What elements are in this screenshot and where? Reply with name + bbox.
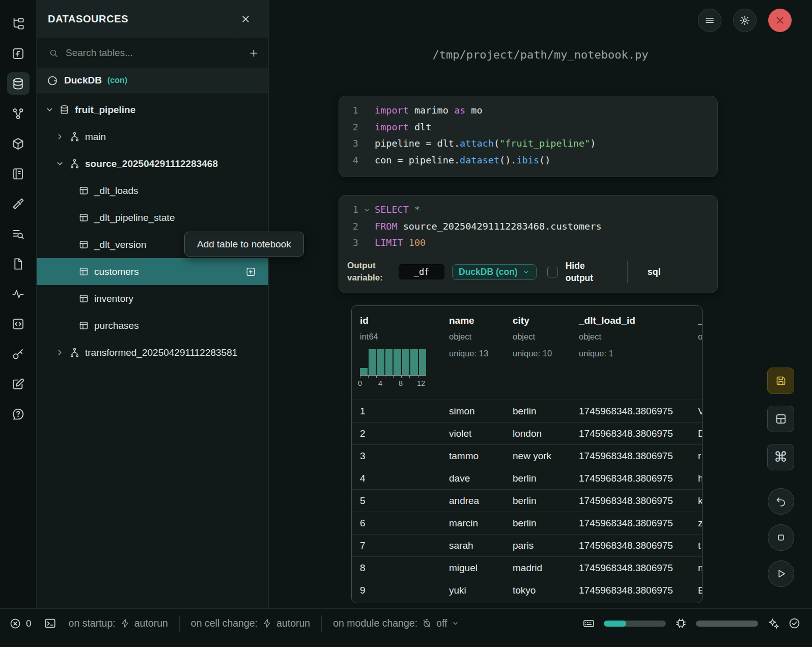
setting-value: autorun xyxy=(134,617,168,629)
table-row: 7sarahparis1745968348.3806975t xyxy=(352,534,702,556)
tree-item-transformed_202504291112283581[interactable]: transformed_202504291112283581 xyxy=(37,339,268,366)
tree-item-_dlt_pipeline_state[interactable]: _dlt_pipeline_state xyxy=(37,204,268,231)
rail-packages-button[interactable] xyxy=(7,132,30,155)
terminal-icon[interactable] xyxy=(44,617,57,630)
function-icon xyxy=(11,47,25,61)
slider-1[interactable] xyxy=(604,621,666,627)
tree-item-customers[interactable]: customers xyxy=(37,258,268,285)
notebook-menu-button[interactable] xyxy=(698,9,721,32)
table-row: 9yukitokyo1745968348.3806975E xyxy=(352,579,702,601)
rail-annotations-button[interactable] xyxy=(7,373,30,395)
setting-label: on cell change: xyxy=(191,617,258,629)
chevron-down-icon xyxy=(452,620,459,627)
separator xyxy=(321,615,322,632)
column-header-_dlt_id[interactable]: _dlt_idobject xyxy=(693,313,702,400)
add-table-to-notebook-button[interactable] xyxy=(245,266,256,277)
chip-icon[interactable] xyxy=(675,617,687,630)
setting-value: off xyxy=(436,617,447,629)
close-icon[interactable] xyxy=(240,14,251,24)
tree-item-source_202504291112283468[interactable]: source_202504291112283468 xyxy=(37,150,268,177)
column-header-_dlt_load_id[interactable]: _dlt_load_idobjectunique: 1 xyxy=(571,313,693,400)
help-bubble-icon xyxy=(11,407,25,421)
engine-select[interactable]: DuckDB (con) xyxy=(452,264,537,280)
notebook-area: /tmp/project/path/my_notebook.py 1import… xyxy=(269,0,812,608)
table-icon xyxy=(78,185,89,196)
divider xyxy=(627,261,628,283)
tree-item-label: _dlt_loads xyxy=(94,185,138,196)
tree-item-inventory[interactable]: inventory xyxy=(37,285,268,312)
rail-help-button[interactable] xyxy=(7,403,30,425)
tree-item-fruit_pipeline[interactable]: fruit_pipeline xyxy=(37,96,268,123)
output-variable-input[interactable] xyxy=(399,264,444,279)
add-datasource-button[interactable] xyxy=(239,38,268,68)
column-header-city[interactable]: cityobjectunique: 10 xyxy=(505,313,571,400)
table-row: 6marcinberlin1745968348.3806975z xyxy=(352,512,702,534)
column-header-id[interactable]: idint64 04812 xyxy=(352,313,441,400)
rail-tracing-button[interactable] xyxy=(7,283,30,305)
sql-output-bar: Output variable: DuckDB (con) Hide outpu… xyxy=(339,260,717,285)
save-button[interactable] xyxy=(767,368,794,394)
hide-output-label: Hide output xyxy=(566,260,598,285)
panel-layout-button[interactable] xyxy=(767,406,794,432)
column-header-name[interactable]: nameobjectunique: 13 xyxy=(441,313,505,400)
code-line: 3LIMIT 100 xyxy=(339,235,717,251)
python-code-editor[interactable]: 1import marimo as mo2import dlt3pipeline… xyxy=(339,102,717,168)
sql-cell: 1SELECT *2FROM source_202504291112283468… xyxy=(339,195,718,293)
rail-dependencies-button[interactable] xyxy=(7,102,30,125)
line-number: 1 xyxy=(339,202,358,218)
fold-chevron-icon[interactable] xyxy=(363,206,371,214)
tree-item-_dlt_loads[interactable]: _dlt_loads xyxy=(37,177,268,204)
setting-value: autorun xyxy=(276,617,310,629)
slider-2[interactable] xyxy=(696,621,758,627)
tree-item-purchases[interactable]: purchases xyxy=(37,312,268,339)
statusbar-right xyxy=(582,617,812,630)
code-line: 2FROM source_202504291112283468.customer… xyxy=(339,218,717,235)
rail-documentation-button[interactable] xyxy=(7,162,30,185)
sql-code-editor[interactable]: 1SELECT *2FROM source_202504291112283468… xyxy=(339,202,717,251)
setting-on-module-change[interactable]: on module change:off xyxy=(333,617,459,629)
setting-on-startup[interactable]: on startup:autorun xyxy=(69,617,168,629)
hide-output-checkbox[interactable] xyxy=(547,267,558,277)
activity-icon xyxy=(11,287,25,301)
rail-tools-button[interactable] xyxy=(7,192,30,215)
layout-icon xyxy=(775,413,787,425)
id-histogram: 04812 xyxy=(360,349,426,388)
rail-scratchpad-button[interactable] xyxy=(7,252,30,275)
keyboard-icon[interactable] xyxy=(582,617,595,630)
code-line: 2import dlt xyxy=(339,119,717,136)
schema-icon xyxy=(69,131,80,142)
shutdown-button[interactable] xyxy=(768,9,792,32)
settings-button[interactable] xyxy=(733,9,757,32)
rail-file-explorer-button[interactable] xyxy=(7,12,30,35)
error-indicator[interactable]: 0 xyxy=(9,617,32,630)
search-icon xyxy=(49,48,59,58)
gear-icon xyxy=(739,15,750,26)
undo-button[interactable] xyxy=(768,488,794,515)
rail-snippets-button[interactable] xyxy=(7,313,30,335)
run-button[interactable] xyxy=(768,560,794,587)
rail-datasources-button[interactable] xyxy=(7,72,30,95)
floating-actions: ⌘ xyxy=(767,368,794,587)
table-icon xyxy=(78,212,89,223)
tree-item-label: _dlt_version xyxy=(94,239,146,250)
separator xyxy=(179,615,180,632)
engine-header[interactable]: DuckDB (con) xyxy=(37,68,268,93)
search-input[interactable] xyxy=(66,47,239,59)
rail-logs-button[interactable] xyxy=(7,222,30,245)
setting-on-cell-change[interactable]: on cell change:autorun xyxy=(191,617,310,629)
add-table-tooltip: Add table to notebook xyxy=(184,232,304,257)
rail-secrets-button[interactable] xyxy=(7,343,30,365)
command-palette-button[interactable]: ⌘ xyxy=(767,444,794,470)
datasource-tree: fruit_pipelinemainsource_202504291112283… xyxy=(37,93,268,366)
tree-item-main[interactable]: main xyxy=(37,123,268,150)
duckdb-logo-icon xyxy=(47,75,59,87)
rail-functions-button[interactable] xyxy=(7,42,30,65)
interrupt-button[interactable] xyxy=(768,524,794,551)
language-badge[interactable]: sql xyxy=(648,267,661,277)
circle-x-icon xyxy=(9,617,21,630)
activity-rail xyxy=(0,0,37,608)
check-circle-icon[interactable] xyxy=(788,617,801,630)
sparkles-icon[interactable] xyxy=(767,617,779,630)
code-box-icon xyxy=(11,317,25,331)
table-icon xyxy=(78,320,89,331)
